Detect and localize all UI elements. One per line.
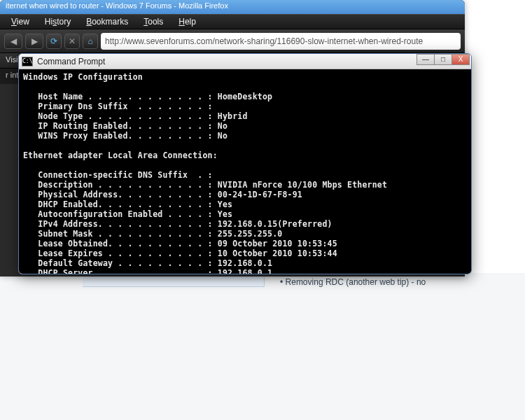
reload-button[interactable]: ⟳ [46, 34, 62, 49]
cmd-icon: C:\ [22, 57, 33, 66]
back-button[interactable]: ◀ [4, 34, 22, 49]
url-bar[interactable]: http://www.sevenforums.com/network-shari… [101, 33, 461, 50]
stop-button[interactable]: ✕ [64, 34, 80, 49]
menu-history[interactable]: History [38, 15, 78, 28]
menu-view[interactable]: View [4, 15, 36, 28]
cmd-titlebar[interactable]: C:\ Command Prompt — □ X [19, 54, 471, 69]
maximize-button[interactable]: □ [434, 54, 452, 65]
nav-toolbar: ◀ ▶ ⟳ ✕ ⌂ http://www.sevenforums.com/net… [0, 29, 465, 53]
page-bullet-text: • Removing RDC (another web tip) - no [280, 277, 426, 287]
minimize-button[interactable]: — [416, 54, 435, 65]
cmd-title-text: Command Prompt [37, 57, 105, 66]
menubar: View History Bookmarks Tools Help [0, 14, 465, 29]
menu-help[interactable]: Help [172, 15, 203, 28]
menu-tools[interactable]: Tools [136, 15, 170, 28]
forward-button[interactable]: ▶ [25, 34, 43, 49]
command-prompt-window: C:\ Command Prompt — □ X Windows IP Conf… [18, 53, 472, 274]
window-title: iternet when wired to router - Windows 7… [0, 0, 465, 14]
terminal-output[interactable]: Windows IP Configuration Host Name . . .… [19, 69, 471, 274]
home-button[interactable]: ⌂ [83, 34, 98, 49]
menu-bookmarks[interactable]: Bookmarks [79, 15, 135, 28]
page-background [0, 273, 525, 420]
close-button[interactable]: X [451, 54, 470, 65]
